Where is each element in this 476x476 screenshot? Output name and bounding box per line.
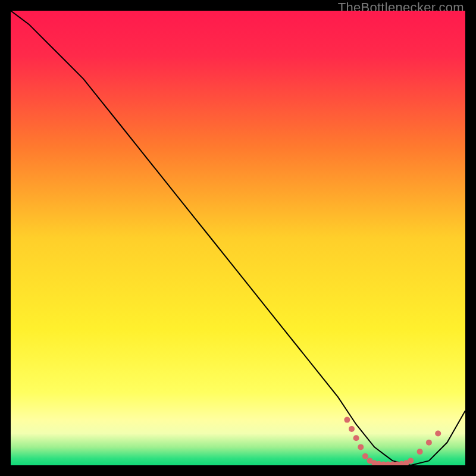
marker-dot (426, 440, 432, 446)
marker-dot (349, 426, 355, 432)
chart-svg (11, 11, 465, 465)
marker-dot (344, 417, 350, 423)
marker-dot (417, 449, 423, 455)
chart-background (11, 11, 465, 465)
marker-dot (435, 431, 441, 437)
marker-dot (353, 435, 359, 441)
marker-dot (408, 458, 414, 464)
marker-dot (362, 453, 368, 459)
marker-dot (358, 444, 364, 450)
chart-frame (11, 11, 465, 465)
